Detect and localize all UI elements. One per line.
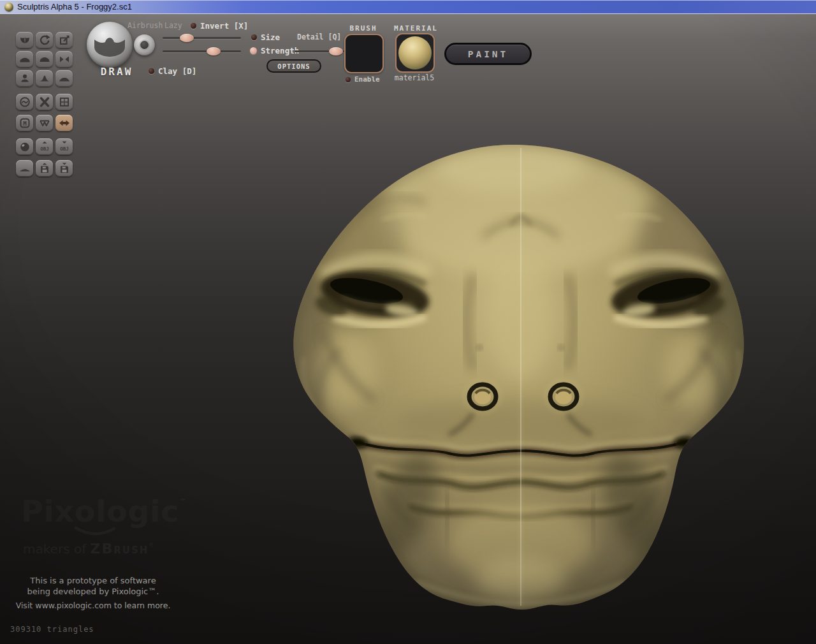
tool-save-scene[interactable] bbox=[55, 160, 73, 177]
symmetry-line bbox=[519, 148, 523, 607]
tool-flatten-brush[interactable] bbox=[16, 51, 33, 68]
airbrush-sphere-button[interactable] bbox=[134, 34, 155, 55]
draw-brush-icon bbox=[38, 53, 51, 66]
pinch-brush-icon bbox=[58, 53, 71, 66]
tool-rotate-brush[interactable] bbox=[36, 32, 53, 48]
import-obj-icon: OBJ bbox=[38, 140, 51, 153]
tool-flip-x[interactable] bbox=[36, 94, 53, 110]
material-panel-title: MATERIAL bbox=[394, 24, 433, 33]
tool-draw-brush[interactable] bbox=[36, 51, 53, 68]
svg-text:OBJ: OBJ bbox=[60, 146, 69, 152]
airbrush-label[interactable]: Airbrush bbox=[127, 21, 163, 30]
window-title: Sculptris Alpha 5 - Froggy2.sc1 bbox=[17, 2, 132, 11]
tool-smooth-brush[interactable] bbox=[55, 70, 73, 87]
tool-scale-brush[interactable] bbox=[55, 32, 73, 48]
brush-texture-swatch[interactable] bbox=[344, 34, 384, 73]
size-slider-handle[interactable] bbox=[180, 34, 194, 42]
tool-pinch-brush[interactable] bbox=[55, 51, 73, 68]
tool-new-sphere[interactable] bbox=[16, 138, 33, 155]
scale-brush-icon bbox=[58, 34, 71, 47]
detail-label: Detail [Q] bbox=[297, 33, 341, 41]
size-toggle[interactable]: Size bbox=[251, 33, 280, 42]
material-name: material5 bbox=[385, 73, 444, 82]
mask-icon: M bbox=[18, 117, 31, 129]
size-label: Size bbox=[261, 33, 280, 42]
draw-brush-sphere[interactable] bbox=[87, 22, 133, 68]
tool-swirl-view[interactable] bbox=[16, 94, 33, 110]
strength-slider[interactable] bbox=[163, 50, 241, 52]
tool-new-plane[interactable] bbox=[16, 160, 33, 177]
draw-mode-label: DRAW bbox=[96, 66, 138, 78]
material-swatch[interactable] bbox=[395, 33, 435, 73]
strength-label: Strength bbox=[261, 46, 299, 55]
grab-brush-icon bbox=[18, 72, 31, 85]
enable-label: Enable bbox=[354, 75, 380, 84]
brush-panel-title: BRUSH bbox=[344, 24, 382, 33]
tool-wireframe[interactable] bbox=[36, 115, 53, 131]
strength-radio-icon bbox=[250, 47, 257, 54]
grid-view-icon bbox=[58, 96, 71, 108]
rotate-brush-icon bbox=[38, 34, 51, 47]
clay-label: Clay [D] bbox=[158, 66, 196, 76]
swirl-view-icon bbox=[18, 96, 31, 108]
enable-radio-icon bbox=[346, 77, 351, 82]
tool-export-obj[interactable]: OBJ bbox=[55, 138, 73, 155]
logo-smile-icon bbox=[74, 525, 116, 541]
material-sphere-preview bbox=[398, 36, 432, 70]
tool-open-scene[interactable] bbox=[36, 160, 53, 177]
tool-wave-brush[interactable] bbox=[36, 70, 53, 87]
clay-toggle[interactable]: Clay [D] bbox=[149, 66, 196, 76]
flip-x-icon bbox=[38, 96, 51, 108]
export-obj-icon: OBJ bbox=[58, 140, 71, 153]
strength-toggle[interactable]: Strength bbox=[250, 46, 299, 55]
size-radio-icon bbox=[251, 34, 257, 40]
sculptris-window: M OBJ OBJ DRAW Airbrush Lazy Invert [X] … bbox=[0, 0, 816, 644]
clay-radio-icon bbox=[149, 68, 154, 74]
size-slider[interactable] bbox=[163, 37, 241, 39]
new-plane-icon bbox=[18, 162, 31, 175]
tool-mask[interactable]: M bbox=[16, 115, 33, 131]
pixologic-logo: Pixologic™ bbox=[21, 494, 186, 529]
wave-brush-icon bbox=[38, 72, 51, 85]
brush-enable-toggle[interactable]: Enable bbox=[346, 75, 380, 84]
svg-text:OBJ: OBJ bbox=[40, 146, 49, 152]
crease-brush-icon bbox=[18, 34, 31, 47]
flatten-brush-icon bbox=[18, 53, 31, 66]
app-icon[interactable] bbox=[4, 3, 13, 11]
svg-text:M: M bbox=[23, 121, 27, 127]
detail-slider-handle[interactable] bbox=[329, 47, 343, 55]
open-scene-icon bbox=[38, 162, 51, 175]
invert-radio-icon bbox=[191, 23, 196, 29]
smooth-brush-icon bbox=[58, 72, 71, 85]
invert-label: Invert [X] bbox=[200, 21, 248, 31]
zbrush-tagline: makers of ZBrush® bbox=[23, 541, 154, 557]
paint-mode-button[interactable]: PAINT bbox=[444, 43, 532, 65]
draw-brush-glyph bbox=[92, 31, 127, 59]
triangle-count: 309310 triangles bbox=[10, 625, 94, 634]
prototype-notice: This is a prototype of software being de… bbox=[0, 576, 186, 597]
tool-grab-brush[interactable] bbox=[16, 70, 33, 87]
new-sphere-icon bbox=[18, 140, 31, 153]
tool-crease-brush[interactable] bbox=[16, 32, 33, 48]
save-scene-icon bbox=[58, 162, 71, 175]
tool-symmetry[interactable] bbox=[55, 115, 73, 131]
tool-grid-view[interactable] bbox=[55, 94, 73, 110]
tool-import-obj[interactable]: OBJ bbox=[36, 138, 53, 155]
viewport: M OBJ OBJ DRAW Airbrush Lazy Invert [X] … bbox=[0, 14, 816, 644]
visit-link-text: Visit www.pixologic.com to learn more. bbox=[0, 601, 186, 610]
invert-toggle[interactable]: Invert [X] bbox=[191, 21, 248, 31]
window-titlebar[interactable]: Sculptris Alpha 5 - Froggy2.sc1 bbox=[0, 0, 816, 14]
lazy-label[interactable]: Lazy bbox=[164, 21, 182, 30]
strength-slider-handle[interactable] bbox=[207, 47, 221, 55]
wireframe-icon bbox=[38, 117, 51, 129]
detail-slider[interactable] bbox=[295, 50, 344, 52]
options-button[interactable]: OPTIONS bbox=[266, 59, 321, 73]
symmetry-icon bbox=[58, 117, 71, 129]
